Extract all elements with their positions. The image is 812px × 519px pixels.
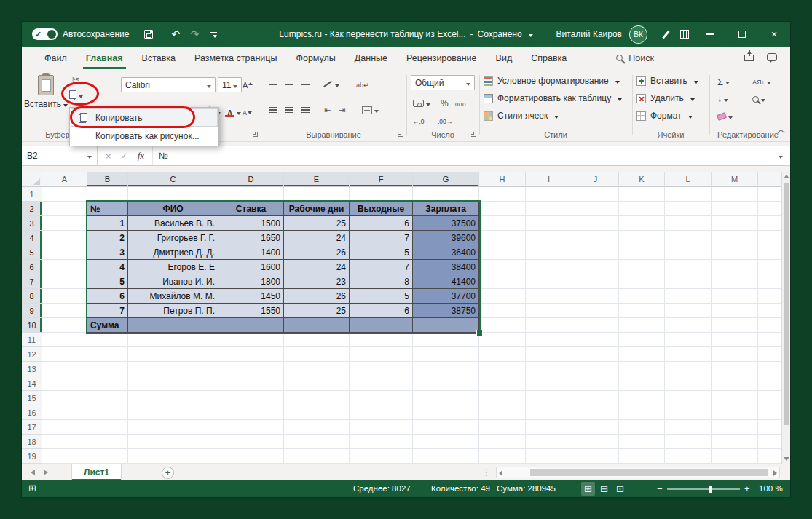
grid-cell[interactable] [619,347,665,362]
table-cell[interactable]: 1500 [218,216,284,231]
grid-cell[interactable] [42,435,87,449]
table-cell[interactable]: 36400 [413,245,479,260]
grid-cell[interactable] [712,405,758,420]
grid-cell[interactable] [350,420,413,435]
table-cell[interactable]: 6 [350,304,413,318]
grid-cell[interactable] [42,347,87,362]
grid-cell[interactable] [712,274,758,289]
orientation-button[interactable] [322,76,342,92]
grid-cell[interactable] [128,362,218,376]
tab-page-layout[interactable]: Разметка страницы [192,47,280,69]
grid-cell[interactable] [758,420,781,435]
grid-cell[interactable] [665,420,712,435]
scroll-up-icon[interactable] [784,175,789,178]
cut-button[interactable]: ✂ [70,71,82,87]
clear-button[interactable] [715,108,735,124]
grid-cell[interactable] [42,362,87,376]
grid-cell[interactable] [479,405,526,420]
grid-cell[interactable] [665,245,712,260]
grid-cell[interactable] [218,435,284,449]
save-status[interactable]: Сохранено [477,29,521,39]
table-cell[interactable]: 1650 [218,231,284,245]
grid-cell[interactable] [128,435,218,449]
row-header-1[interactable]: 1 [22,187,42,202]
grid-cell[interactable] [479,362,526,376]
grid-cell[interactable] [42,376,87,391]
decrease-decimal-button[interactable] [435,113,454,129]
table-cell[interactable]: 24 [284,260,350,274]
grid-cell[interactable] [758,318,781,333]
grid-cell[interactable] [350,362,413,376]
font-name-combo[interactable]: Calibri [121,77,216,92]
grid-cell[interactable] [758,260,781,274]
grid-cell[interactable] [712,347,758,362]
grid-cell[interactable] [619,333,665,347]
grid-cell[interactable] [665,449,712,464]
grid-cell[interactable] [87,362,128,376]
sheet-tab-list1[interactable]: Лист1 [71,464,122,480]
table-cell[interactable]: 4 [87,260,128,274]
row-header-12[interactable]: 12 [22,347,42,362]
grid-cell[interactable] [619,420,665,435]
row-header-17[interactable]: 17 [22,420,42,435]
row-header-10[interactable]: 10 [22,318,42,333]
grid-cell[interactable] [413,187,479,202]
table-header-cell[interactable]: Зарплата [413,202,479,216]
delete-cells-button[interactable]: Удалить [636,90,695,106]
table-cell[interactable]: 6 [87,289,128,304]
alignment-dialog-launcher[interactable] [398,132,403,137]
grid-cell[interactable] [665,260,712,274]
table-cell[interactable]: 37700 [413,289,479,304]
draw-button[interactable] [656,25,675,44]
scroll-right-icon[interactable] [773,470,777,476]
grid-cell[interactable] [87,376,128,391]
grid-cell[interactable] [619,362,665,376]
grid-cell[interactable] [526,216,572,231]
column-header-M[interactable]: M [712,172,758,187]
tab-home[interactable]: Главная [83,47,126,69]
table-cell[interactable]: 5 [87,274,128,289]
row-header-19[interactable]: 19 [22,449,42,464]
grid-cell[interactable] [619,376,665,391]
grid-cell[interactable] [87,347,128,362]
grid-cell[interactable] [665,435,712,449]
grid-cell[interactable] [284,362,350,376]
grid-cell[interactable] [526,391,572,405]
zoom-percent[interactable]: 100 % [759,484,783,493]
cell-styles-button[interactable]: Стили ячеек [484,108,559,124]
collapse-ribbon-button[interactable] [777,128,784,135]
grid-cell[interactable] [665,231,712,245]
table-cell[interactable]: Дмитриев Д. Д. [128,245,218,260]
paste-button[interactable]: Вставить [28,71,64,129]
grid-cell[interactable] [572,187,619,202]
grid-cell[interactable] [758,376,781,391]
table-cell[interactable]: 5 [350,289,413,304]
grid-cell[interactable] [758,347,781,362]
grid-cell[interactable] [712,187,758,202]
grid-cell[interactable] [218,187,284,202]
grid-cell[interactable] [712,216,758,231]
table-cell[interactable]: 7 [350,260,413,274]
conditional-formatting-button[interactable]: Условное форматирование [484,73,620,89]
format-as-table-button[interactable]: Форматировать как таблицу [484,90,622,106]
grid-cell[interactable] [526,362,572,376]
grid-cell[interactable] [42,202,87,216]
fill-button[interactable] [715,91,730,107]
table-cell[interactable]: Иванов И. И. [128,274,218,289]
grid-cell[interactable] [712,245,758,260]
align-top-button[interactable] [267,76,280,92]
table-footer-cell[interactable] [284,318,350,333]
sort-filter-button[interactable] [750,74,773,90]
grid-cell[interactable] [572,202,619,216]
shrink-font-button[interactable] [242,104,253,120]
table-cell[interactable]: Петров П. П. [128,304,218,318]
insert-function-button[interactable]: fx [138,150,144,162]
grid-cell[interactable] [42,216,87,231]
zoom-knob[interactable] [709,486,712,493]
grid-cell[interactable] [712,304,758,318]
grid-cell[interactable] [87,405,128,420]
grid-cell[interactable] [526,274,572,289]
grid-cell[interactable] [619,216,665,231]
row-header-7[interactable]: 7 [22,274,42,289]
table-cell[interactable]: 7 [350,231,413,245]
